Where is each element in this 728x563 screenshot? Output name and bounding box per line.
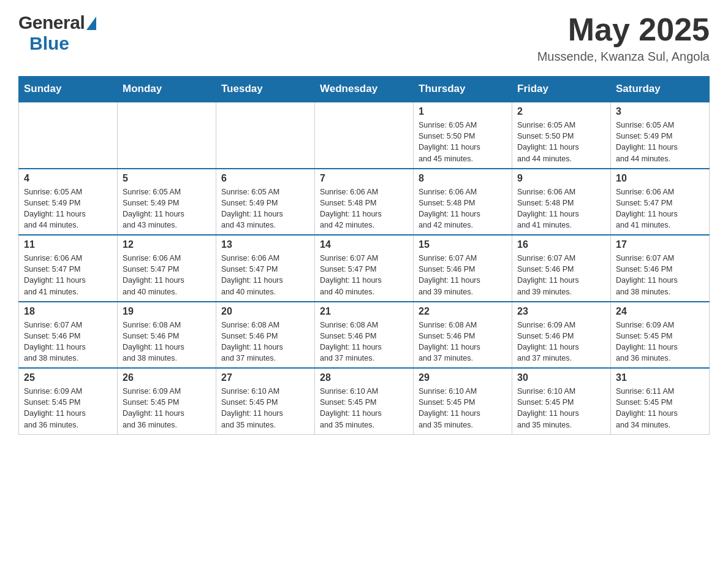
day-number: 31 [616, 372, 704, 383]
day-info: Sunrise: 6:05 AM Sunset: 5:49 PM Dayligh… [221, 186, 309, 231]
day-number: 21 [320, 306, 408, 317]
day-number: 5 [123, 173, 211, 184]
day-number: 28 [320, 372, 408, 383]
calendar-day-cell: 26Sunrise: 6:09 AM Sunset: 5:45 PM Dayli… [118, 368, 216, 434]
day-info: Sunrise: 6:09 AM Sunset: 5:46 PM Dayligh… [517, 320, 605, 364]
day-info: Sunrise: 6:10 AM Sunset: 5:45 PM Dayligh… [221, 386, 309, 431]
day-number: 26 [123, 372, 211, 383]
day-info: Sunrise: 6:07 AM Sunset: 5:46 PM Dayligh… [419, 253, 507, 297]
day-info: Sunrise: 6:06 AM Sunset: 5:48 PM Dayligh… [419, 186, 507, 231]
calendar-week-row: 4Sunrise: 6:05 AM Sunset: 5:49 PM Daylig… [19, 169, 710, 236]
day-info: Sunrise: 6:05 AM Sunset: 5:50 PM Dayligh… [419, 120, 507, 164]
calendar-day-cell: 22Sunrise: 6:08 AM Sunset: 5:46 PM Dayli… [414, 302, 512, 369]
title-section: May 2025 Mussende, Kwanza Sul, Angola [537, 12, 710, 64]
day-number: 15 [419, 239, 507, 250]
calendar-day-cell: 17Sunrise: 6:07 AM Sunset: 5:46 PM Dayli… [611, 235, 710, 302]
day-of-week-header: Friday [512, 77, 611, 102]
calendar-day-cell: 29Sunrise: 6:10 AM Sunset: 5:45 PM Dayli… [414, 368, 512, 434]
day-number: 7 [320, 173, 408, 184]
day-number: 16 [517, 239, 605, 250]
calendar-day-cell: 12Sunrise: 6:06 AM Sunset: 5:47 PM Dayli… [118, 235, 216, 302]
calendar-day-cell: 10Sunrise: 6:06 AM Sunset: 5:47 PM Dayli… [611, 169, 710, 236]
calendar-day-cell: 24Sunrise: 6:09 AM Sunset: 5:45 PM Dayli… [611, 302, 710, 369]
calendar-day-cell: 21Sunrise: 6:08 AM Sunset: 5:46 PM Dayli… [315, 302, 414, 369]
calendar-week-row: 18Sunrise: 6:07 AM Sunset: 5:46 PM Dayli… [19, 302, 710, 369]
calendar-header-row: SundayMondayTuesdayWednesdayThursdayFrid… [19, 77, 710, 102]
day-info: Sunrise: 6:06 AM Sunset: 5:48 PM Dayligh… [320, 186, 408, 231]
calendar-day-cell: 31Sunrise: 6:11 AM Sunset: 5:45 PM Dayli… [611, 368, 710, 434]
day-info: Sunrise: 6:06 AM Sunset: 5:47 PM Dayligh… [123, 253, 211, 297]
day-info: Sunrise: 6:08 AM Sunset: 5:46 PM Dayligh… [123, 320, 211, 364]
day-number: 12 [123, 239, 211, 250]
calendar-day-cell: 30Sunrise: 6:10 AM Sunset: 5:45 PM Dayli… [512, 368, 611, 434]
day-of-week-header: Wednesday [315, 77, 414, 102]
day-info: Sunrise: 6:05 AM Sunset: 5:49 PM Dayligh… [24, 186, 112, 231]
day-number: 24 [616, 306, 704, 317]
logo-arrow-icon [86, 17, 96, 30]
day-info: Sunrise: 6:05 AM Sunset: 5:50 PM Dayligh… [517, 120, 605, 164]
day-number: 6 [221, 173, 309, 184]
day-of-week-header: Thursday [414, 77, 512, 102]
day-info: Sunrise: 6:07 AM Sunset: 5:46 PM Dayligh… [616, 253, 704, 297]
day-number: 10 [616, 173, 704, 184]
day-info: Sunrise: 6:10 AM Sunset: 5:45 PM Dayligh… [320, 386, 408, 431]
day-number: 4 [24, 173, 112, 184]
calendar-day-cell: 18Sunrise: 6:07 AM Sunset: 5:46 PM Dayli… [19, 302, 118, 369]
day-info: Sunrise: 6:06 AM Sunset: 5:47 PM Dayligh… [221, 253, 309, 297]
day-number: 18 [24, 306, 112, 317]
day-info: Sunrise: 6:09 AM Sunset: 5:45 PM Dayligh… [616, 320, 704, 364]
day-number: 8 [419, 173, 507, 184]
calendar-day-cell: 14Sunrise: 6:07 AM Sunset: 5:47 PM Dayli… [315, 235, 414, 302]
calendar-day-cell [118, 102, 216, 169]
day-number: 20 [221, 306, 309, 317]
calendar-week-row: 1Sunrise: 6:05 AM Sunset: 5:50 PM Daylig… [19, 102, 710, 169]
day-number: 25 [24, 372, 112, 383]
day-number: 14 [320, 239, 408, 250]
calendar-day-cell: 9Sunrise: 6:06 AM Sunset: 5:48 PM Daylig… [512, 169, 611, 236]
day-info: Sunrise: 6:06 AM Sunset: 5:48 PM Dayligh… [517, 186, 605, 231]
calendar-day-cell: 15Sunrise: 6:07 AM Sunset: 5:46 PM Dayli… [414, 235, 512, 302]
day-info: Sunrise: 6:08 AM Sunset: 5:46 PM Dayligh… [419, 320, 507, 364]
day-info: Sunrise: 6:06 AM Sunset: 5:47 PM Dayligh… [24, 253, 112, 297]
page-header: General Blue May 2025 Mussende, Kwanza S… [18, 12, 710, 64]
calendar-day-cell: 27Sunrise: 6:10 AM Sunset: 5:45 PM Dayli… [216, 368, 315, 434]
calendar-day-cell: 11Sunrise: 6:06 AM Sunset: 5:47 PM Dayli… [19, 235, 118, 302]
day-info: Sunrise: 6:10 AM Sunset: 5:45 PM Dayligh… [419, 386, 507, 431]
day-number: 19 [123, 306, 211, 317]
day-info: Sunrise: 6:11 AM Sunset: 5:45 PM Dayligh… [616, 386, 704, 431]
day-info: Sunrise: 6:07 AM Sunset: 5:47 PM Dayligh… [320, 253, 408, 297]
location-subtitle: Mussende, Kwanza Sul, Angola [537, 50, 710, 64]
day-number: 13 [221, 239, 309, 250]
day-number: 9 [517, 173, 605, 184]
calendar-week-row: 11Sunrise: 6:06 AM Sunset: 5:47 PM Dayli… [19, 235, 710, 302]
day-info: Sunrise: 6:10 AM Sunset: 5:45 PM Dayligh… [517, 386, 605, 431]
day-of-week-header: Tuesday [216, 77, 315, 102]
day-info: Sunrise: 6:08 AM Sunset: 5:46 PM Dayligh… [221, 320, 309, 364]
calendar-week-row: 25Sunrise: 6:09 AM Sunset: 5:45 PM Dayli… [19, 368, 710, 434]
calendar-day-cell: 8Sunrise: 6:06 AM Sunset: 5:48 PM Daylig… [414, 169, 512, 236]
day-number: 29 [419, 372, 507, 383]
day-of-week-header: Saturday [611, 77, 710, 102]
day-number: 27 [221, 372, 309, 383]
calendar-day-cell: 3Sunrise: 6:05 AM Sunset: 5:49 PM Daylig… [611, 102, 710, 169]
logo-general-text: General [18, 12, 85, 33]
day-number: 11 [24, 239, 112, 250]
calendar-day-cell: 4Sunrise: 6:05 AM Sunset: 5:49 PM Daylig… [19, 169, 118, 236]
calendar-day-cell: 2Sunrise: 6:05 AM Sunset: 5:50 PM Daylig… [512, 102, 611, 169]
calendar-table: SundayMondayTuesdayWednesdayThursdayFrid… [18, 76, 710, 435]
day-of-week-header: Monday [118, 77, 216, 102]
logo-blue-text: Blue [29, 33, 96, 54]
day-of-week-header: Sunday [19, 77, 118, 102]
day-number: 30 [517, 372, 605, 383]
calendar-day-cell [315, 102, 414, 169]
day-number: 22 [419, 306, 507, 317]
day-number: 3 [616, 106, 704, 117]
logo: General Blue [18, 12, 96, 54]
day-info: Sunrise: 6:05 AM Sunset: 5:49 PM Dayligh… [616, 120, 704, 164]
calendar-day-cell: 1Sunrise: 6:05 AM Sunset: 5:50 PM Daylig… [414, 102, 512, 169]
calendar-day-cell: 19Sunrise: 6:08 AM Sunset: 5:46 PM Dayli… [118, 302, 216, 369]
day-info: Sunrise: 6:08 AM Sunset: 5:46 PM Dayligh… [320, 320, 408, 364]
calendar-day-cell [216, 102, 315, 169]
calendar-day-cell [19, 102, 118, 169]
calendar-day-cell: 28Sunrise: 6:10 AM Sunset: 5:45 PM Dayli… [315, 368, 414, 434]
